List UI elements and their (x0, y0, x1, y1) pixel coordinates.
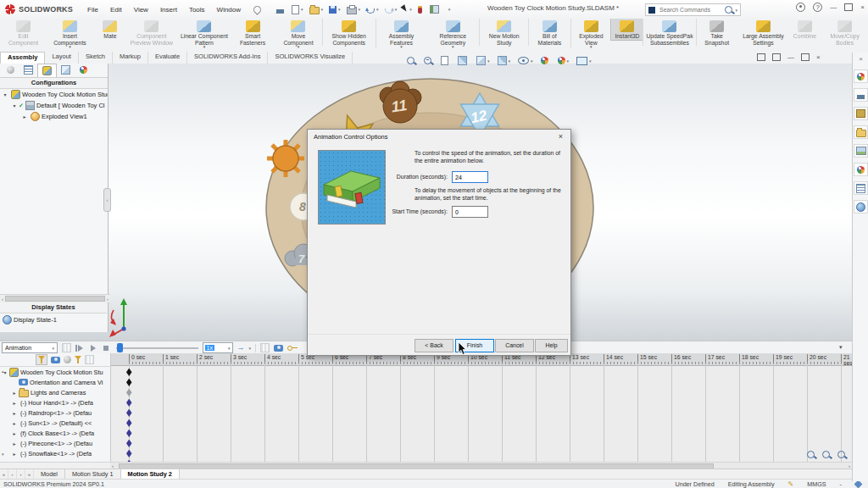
quick-access-button[interactable]: ▾ (327, 4, 342, 15)
ribbon-button[interactable]: Assembly Features ▾ (376, 19, 427, 48)
ribbon-button[interactable]: Mate (95, 19, 125, 40)
ribbon-button[interactable]: Show Hidden Components (322, 19, 376, 46)
expand-arrow-icon[interactable]: ▸ (12, 400, 17, 406)
task-pane-tab[interactable] (854, 181, 868, 195)
help-button[interactable]: Help (535, 339, 568, 352)
commandmanager-tab[interactable]: Sketch (79, 52, 113, 64)
motion-tree-row[interactable]: ▸ (-) Sun<1> -> (Default) << (0, 418, 110, 428)
commandmanager-tab[interactable]: SOLIDWORKS Visualize (268, 52, 353, 64)
panel-tab[interactable] (37, 64, 57, 77)
heads-up-button[interactable]: ▾ (575, 55, 593, 67)
timeline-zoom-fit-icon[interactable] (807, 451, 815, 458)
task-pane-tab[interactable] (854, 125, 868, 139)
search-icon[interactable] (725, 6, 732, 14)
panel-collapse-handle[interactable]: ‹ (103, 188, 111, 212)
task-pane-tab[interactable] (854, 200, 868, 214)
doc-restore-button[interactable] (801, 53, 810, 61)
help-icon[interactable]: ? (813, 3, 822, 12)
close-button[interactable]: × (860, 3, 865, 11)
user-account-icon[interactable] (796, 3, 805, 12)
quick-access-button[interactable] (275, 3, 287, 15)
expand-arrow-icon[interactable]: ▸ (12, 410, 17, 416)
chevron-down-icon[interactable]: ▾ (735, 8, 737, 13)
heads-up-button[interactable]: ▾ (556, 55, 571, 66)
heads-up-button[interactable] (439, 54, 452, 67)
key-diamond[interactable] (126, 440, 132, 448)
back-button[interactable]: < Back (415, 339, 453, 352)
filter-results-icon[interactable] (85, 355, 94, 364)
key-diamond[interactable] (126, 389, 132, 397)
display-state-row[interactable]: Display State-1 (0, 314, 109, 325)
doc-restore-icon[interactable] (757, 53, 765, 61)
timeline-zoom-in-icon[interactable] (822, 451, 830, 458)
expand-arrow-icon[interactable]: ▸ (12, 451, 17, 457)
animation-wizard-icon[interactable] (274, 345, 283, 352)
ribbon-button[interactable]: Exploded View ▾ (570, 19, 611, 48)
menu-item[interactable]: Insert (154, 6, 183, 14)
ribbon-button[interactable]: Insert Components ▾ (45, 19, 95, 48)
heads-up-button[interactable] (405, 55, 418, 66)
key-diamond[interactable] (126, 399, 132, 408)
configuration-tree-row[interactable]: ▾ Wooden Toy Clock Motion Study (0, 89, 108, 100)
ribbon-button[interactable]: Combine (789, 19, 820, 40)
timeline-slider[interactable] (116, 343, 198, 352)
save-animation-icon[interactable] (260, 343, 270, 352)
quick-access-button[interactable] (416, 4, 426, 15)
ribbon-button[interactable]: Bill of Materials (528, 19, 570, 46)
scroll-left-icon[interactable]: ‹ (2, 297, 3, 302)
quick-access-button[interactable]: ▾ (345, 3, 363, 16)
panel-tab[interactable] (57, 64, 75, 76)
heads-up-button[interactable] (422, 55, 435, 66)
motionmanager-collapse-icon[interactable]: ▾ (839, 344, 843, 351)
ribbon-button[interactable]: Move/Copy Bodies (820, 19, 868, 46)
commandmanager-tab[interactable]: Markup (113, 52, 148, 64)
ribbon-button[interactable]: Take Snapshot (696, 19, 737, 46)
search-commands-box[interactable]: ▾ (645, 3, 741, 16)
motion-tree-row[interactable]: ▸ (f) Clock Base<1> -> (Defa (0, 428, 110, 438)
heads-up-button[interactable] (456, 54, 470, 67)
commandmanager-tab[interactable]: Evaluate (148, 52, 187, 64)
playback-mode-icon[interactable]: → (237, 344, 245, 352)
motion-tree-row[interactable]: ▸ (-) Pinecone<1> -> (Defau (0, 438, 110, 448)
filter-driving-icon[interactable] (64, 356, 71, 363)
filter-all-button[interactable] (36, 354, 47, 365)
expand-arrow-icon[interactable]: ▸ (22, 114, 27, 119)
search-input[interactable] (658, 6, 722, 14)
ribbon-button[interactable]: Large Assembly Settings (737, 19, 789, 46)
play-from-start-icon[interactable] (75, 345, 86, 352)
task-pane-tab[interactable] (854, 88, 868, 102)
doc-new-window-icon[interactable] (772, 53, 781, 61)
key-diamond[interactable] (126, 409, 132, 418)
dialog-close-icon[interactable]: × (557, 132, 565, 141)
filter-animated-icon[interactable] (51, 357, 60, 363)
panel-tab[interactable] (75, 64, 92, 76)
menu-item[interactable]: Tools (183, 6, 211, 14)
heads-up-button[interactable]: ▾ (516, 55, 535, 66)
motion-tree-row[interactable]: ▸ (-) Snowflake<1> -> (Defa (0, 448, 110, 458)
task-pane-tab[interactable] (854, 144, 868, 158)
panel-tab[interactable] (2, 64, 19, 76)
slider-track[interactable] (116, 347, 198, 349)
quick-access-button[interactable]: ▾ (383, 4, 399, 15)
quick-access-button[interactable]: ▾ (401, 3, 414, 16)
scrollbar-thumb[interactable] (5, 296, 105, 302)
play-icon[interactable] (91, 345, 99, 352)
filter-selected-icon[interactable] (75, 356, 81, 363)
units-value[interactable]: MMGS (807, 480, 826, 488)
start-time-input[interactable] (452, 206, 488, 218)
menu-item[interactable]: View (128, 6, 154, 14)
study-type-select[interactable]: Animation ▾ (2, 342, 58, 353)
doc-close-button[interactable]: × (816, 53, 821, 61)
key-diamond[interactable] (126, 450, 132, 458)
expand-arrow-icon[interactable]: ▸ (12, 420, 17, 426)
quick-access-button[interactable]: ▾ (364, 4, 381, 15)
scroll-right-icon[interactable]: › (107, 297, 108, 302)
expand-arrow-icon[interactable]: ▸ (12, 441, 17, 446)
menu-item[interactable]: Window (211, 6, 247, 14)
configuration-tree-row[interactable]: ▾ ✓ Default [ Wooden Toy Cl (0, 100, 108, 111)
ribbon-button[interactable]: Linear Component Pattern ▾ (178, 19, 231, 48)
task-pane-tab[interactable] (854, 163, 868, 176)
task-pane-tab[interactable] (854, 107, 868, 120)
cancel-button[interactable]: Cancel (495, 339, 534, 352)
expand-arrow-icon[interactable]: ▸ (12, 390, 17, 396)
